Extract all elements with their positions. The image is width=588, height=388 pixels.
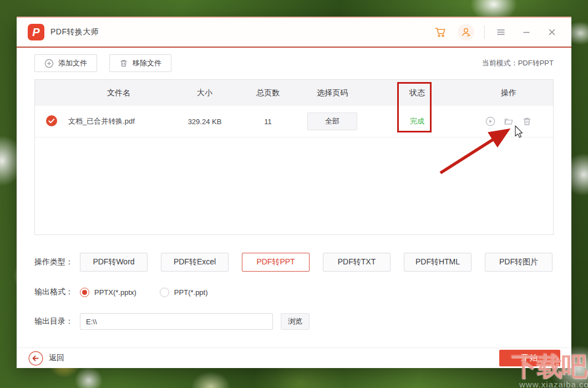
header-page-select: 选择页码: [296, 88, 369, 98]
user-account-icon[interactable]: [458, 24, 474, 40]
add-file-button[interactable]: 添加文件: [34, 54, 97, 72]
file-list: 文件名 大小 总页数 选择页码 状态 操作 文档_已合并转换.pdf: [34, 79, 554, 235]
header-pages: 总页数: [240, 88, 296, 98]
back-arrow-icon: [28, 351, 43, 366]
remove-file-button[interactable]: 移除文件: [109, 54, 171, 72]
output-dir-row: 输出目录： 浏览: [34, 313, 554, 330]
output-dir-label: 输出目录：: [34, 316, 80, 326]
footer-bar: 返回 开始: [17, 348, 571, 368]
back-label: 返回: [49, 353, 64, 363]
output-format-label: 输出格式：: [34, 287, 80, 297]
output-dir-input[interactable]: [80, 313, 273, 330]
radio-ppt-label: PPT(*.ppt): [174, 288, 208, 297]
add-file-label: 添加文件: [58, 58, 87, 68]
watermark-url: www.xiazaiba.com: [519, 380, 588, 388]
open-folder-icon[interactable]: [504, 116, 514, 126]
row-filesize: 329.24 KB: [169, 118, 240, 126]
header-operations: 操作: [465, 88, 552, 98]
type-pdf-to-image-button[interactable]: PDF转图片: [485, 253, 552, 272]
row-operations: [465, 116, 552, 126]
current-mode-label: 当前模式：PDF转PPT: [482, 58, 554, 68]
plus-circle-icon: [44, 59, 54, 68]
header-filename: 文件名: [68, 88, 169, 98]
close-icon[interactable]: [544, 24, 560, 40]
check-circle-icon: [45, 115, 58, 127]
row-status: 完成: [369, 116, 465, 126]
start-button[interactable]: 开始: [499, 350, 560, 366]
play-icon[interactable]: [485, 116, 495, 126]
type-pdf-to-html-button[interactable]: PDF转HTML: [404, 253, 472, 272]
row-pagecount: 11: [240, 118, 296, 126]
type-pdf-to-txt-button[interactable]: PDF转TXT: [323, 253, 391, 272]
file-toolbar: 添加文件 移除文件 当前模式：PDF转PPT: [34, 54, 554, 72]
delete-icon[interactable]: [522, 116, 532, 126]
app-title: PDF转换大师: [50, 27, 99, 37]
type-pdf-to-word-button[interactable]: PDF转Word: [80, 253, 148, 272]
page-select-button[interactable]: 全部: [307, 113, 357, 130]
menu-icon[interactable]: [493, 24, 509, 40]
main-content: 添加文件 移除文件 当前模式：PDF转PPT 文件名 大小 总页数 选择页码 状: [17, 48, 571, 348]
output-format-row: 输出格式： PPTX(*.pptx) PPT(*.ppt): [34, 287, 554, 297]
type-pdf-to-ppt-button[interactable]: PDF转PPT: [242, 253, 310, 272]
minimize-icon[interactable]: [518, 24, 535, 40]
radio-pptx-icon: [80, 288, 89, 297]
operation-type-label: 操作类型：: [34, 257, 80, 267]
titlebar: P PDF转换大师: [17, 18, 571, 48]
radio-ppt[interactable]: PPT(*.ppt): [160, 288, 208, 297]
operation-type-row: 操作类型： PDF转Word PDF转Excel PDF转PPT PDF转TXT…: [34, 253, 554, 272]
header-status: 状态: [369, 88, 465, 98]
trash-icon: [119, 59, 128, 68]
row-filename: 文档_已合并转换.pdf: [68, 116, 169, 126]
radio-pptx-label: PPTX(*.pptx): [94, 288, 136, 297]
app-window: P PDF转换大师: [17, 17, 571, 368]
radio-pptx[interactable]: PPTX(*.pptx): [80, 288, 136, 297]
back-button[interactable]: 返回: [28, 351, 64, 366]
titlebar-divider: [484, 25, 485, 39]
remove-file-label: 移除文件: [133, 58, 161, 68]
row-check-cell[interactable]: [35, 115, 68, 129]
file-list-header: 文件名 大小 总页数 选择页码 状态 操作: [35, 80, 553, 106]
radio-ppt-icon: [160, 288, 169, 297]
cart-icon[interactable]: [432, 24, 449, 40]
app-logo-icon: P: [28, 24, 44, 40]
table-row: 文档_已合并转换.pdf 329.24 KB 11 全部 完成: [35, 106, 553, 137]
browse-button[interactable]: 浏览: [281, 313, 310, 330]
header-size: 大小: [169, 88, 240, 98]
type-pdf-to-excel-button[interactable]: PDF转Excel: [161, 253, 229, 272]
